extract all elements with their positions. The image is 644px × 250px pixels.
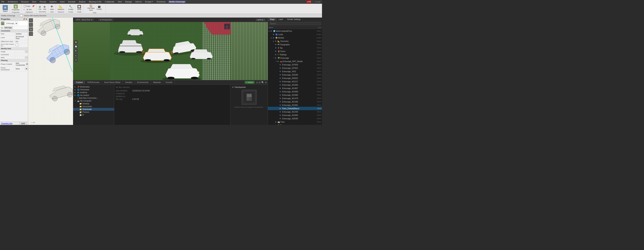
moves-checkbox[interactable] — [16, 44, 18, 46]
menu-modify-entourage[interactable]: Modify | Entourage — [168, 1, 186, 3]
menu-precast[interactable]: Precast — [39, 1, 47, 3]
menu-steel[interactable]: Steel — [32, 1, 37, 3]
menu-systems[interactable]: Systems — [49, 1, 57, 3]
tree-row[interactable]: ▼ ⊕ 🚗 Entourage_RPC_Beetle Xform — [268, 60, 322, 63]
tree-row[interactable]: ⊕ Entourage_333295 Xform — [268, 73, 322, 77]
menu-analyze[interactable]: Analyze — [78, 1, 86, 3]
view-btn[interactable]: 👁 View — [50, 5, 54, 11]
layout-icon[interactable]: ⊞ — [259, 81, 260, 84]
properties-close[interactable]: ✕ — [26, 18, 27, 20]
pictures-item[interactable]: 📁 Pictures — [73, 111, 114, 114]
search-content-icon[interactable]: 🔍 — [261, 81, 264, 84]
measure-btn[interactable]: 📐 Measure — [57, 4, 65, 11]
add-connection-item[interactable]: + Add New Connection ... — [73, 97, 114, 100]
viewport-tab-main[interactable]: RTX - Real Time ▼ — [74, 18, 94, 21]
tab-asset-stores[interactable]: Asset Stores (Beta) — [102, 81, 123, 84]
canvas-2d[interactable]: 1 : 100 + − ⊞ ⬚ — [28, 17, 73, 125]
tree-row[interactable]: ⊕ Entourage_401881 Xform — [268, 103, 322, 107]
apply-btn[interactable]: Apply — [19, 122, 27, 125]
zoom-viewport-btn[interactable]: 🔍 — [74, 49, 78, 53]
d-drive-item[interactable]: 💾 D: — [73, 114, 114, 116]
tab-layer[interactable]: Layer — [277, 18, 285, 21]
tree-row[interactable]: ▶ ⊕ 📐 Geometry Xform — [268, 39, 322, 43]
tree-row[interactable]: ⊕ Entourage_401884 Xform — [268, 114, 322, 117]
pick-new-host-btn[interactable]: 🏠 Pick New Host — [87, 4, 95, 11]
pan-btn[interactable]: ✋ — [74, 40, 78, 44]
tab-samples[interactable]: Samples — [123, 81, 135, 84]
menu-manage[interactable]: Manage — [124, 1, 132, 3]
cut-geom-btn[interactable]: ⊘Cut — [38, 5, 42, 10]
de-content-item[interactable]: ▶ 🌐 de-content — [73, 94, 114, 97]
menu-collaborate[interactable]: Collaborate — [104, 1, 115, 3]
orbit-btn[interactable]: 🔄 — [74, 44, 78, 49]
type-selector[interactable]: Entourage_RPC_Beetle — [5, 22, 18, 25]
tab-console[interactable]: Console — [163, 81, 175, 84]
cut-btn[interactable]: ✂ — [23, 8, 26, 11]
phase-demolished-dropdown-btn[interactable]: ▼ — [25, 68, 28, 70]
zoom-out-btn[interactable]: − — [29, 23, 33, 27]
menu-escape[interactable]: Escape™ — [144, 1, 154, 3]
bookmarks-item[interactable]: ▶ 📌 Bookmarks — [73, 85, 114, 88]
tree-row[interactable]: ▼ ⊕ 🌳 Entourage Xform — [268, 56, 322, 60]
menu-insert[interactable]: Insert — [60, 1, 65, 3]
filter-icon[interactable]: ⊟ — [256, 81, 258, 84]
tab-environments[interactable]: Environments — [135, 81, 151, 84]
tree-row[interactable]: ⊕ Entourage_401840 Xform — [268, 83, 322, 87]
menu-file[interactable]: File — [1, 1, 5, 3]
tree-row[interactable]: ⊕ Entourage_401380 Xform — [268, 100, 322, 103]
menu-massing[interactable]: Massing & Site — [88, 1, 102, 3]
modify-button[interactable]: ✥ Select — [2, 5, 8, 13]
tab-render-settings[interactable]: Render Settings — [285, 18, 303, 21]
perspective-tab[interactable]: ⊕ Perspective — [98, 18, 114, 21]
family-btn[interactable]: 👨‍👩‍👧 Family — [96, 5, 102, 10]
tree-row[interactable]: ⊕ Entourage_401483 Xform — [268, 110, 322, 114]
properties-button[interactable]: 📋 Properties — [11, 4, 20, 11]
zoom-fit-btn[interactable]: ⊞ — [29, 27, 33, 31]
viewport-3d[interactable]: TOP FRONT RIGHT ✋ 🔄 🔍 ▲ ⚙ — [73, 22, 268, 80]
tree-row[interactable]: ⊕ 🏚 Ruins Xform — [268, 124, 322, 125]
edit-type-btn[interactable]: Edit Type — [4, 26, 12, 29]
fly-btn[interactable]: ▲ — [74, 53, 78, 58]
menu-view[interactable]: View — [117, 1, 122, 3]
settings-viewport-btn[interactable]: ⚙ — [74, 58, 78, 62]
tab-materials[interactable]: Materials — [151, 81, 163, 84]
mode-btn[interactable]: 🔲 Mode — [76, 4, 82, 11]
properties-help-link[interactable]: Properties help — [1, 123, 12, 124]
tree-row[interactable]: ⊕ 🛡 Railings Xform — [268, 53, 322, 56]
zoom-in-btn[interactable]: + — [29, 18, 33, 22]
localhost-item[interactable]: ▶ 🖥 localhost — [73, 91, 114, 94]
tree-row[interactable]: ⊕ Entourage_401880 Xform — [268, 93, 322, 97]
documents-item[interactable]: 📁 Documents — [73, 105, 114, 108]
tree-row[interactable]: ⊕ Entourage_401868 Xform — [268, 90, 322, 93]
tree-row[interactable]: ⊕ 🗺 Topography Xform — [268, 43, 322, 46]
phase-created-dropdown-btn[interactable]: ▼ — [26, 63, 28, 65]
tree-row[interactable]: ⊕ ⬆ Top Xform — [268, 46, 322, 50]
tree-row[interactable]: ▶ ⊕ 📦 Models Scope — [268, 36, 322, 39]
copy-btn[interactable]: 📋 Copy — [23, 4, 31, 8]
mark-btn[interactable]: ⋯ — [25, 56, 28, 59]
view-cube-btn[interactable]: ⬚ — [29, 32, 33, 36]
my-computer-item[interactable]: ▼ 💻 My Computer — [73, 100, 114, 102]
tree-row[interactable]: ⊕ 🚃 Tram Xform — [268, 120, 322, 124]
search-input[interactable] — [268, 22, 321, 25]
join-btn[interactable]: ⊞ Join — [26, 8, 32, 11]
downloads-item[interactable]: 📁 Downloads — [73, 108, 114, 111]
menu-structure[interactable]: Structure — [20, 1, 29, 3]
omniverse-item[interactable]: ▶ 🌐 Omniverse — [73, 88, 114, 91]
desktop-item[interactable]: 📁 Desktop — [73, 102, 114, 105]
paste-btn[interactable]: 📌 — [31, 4, 36, 8]
create-btn[interactable]: 🔧 Create — [68, 4, 74, 11]
image-picker-btn[interactable]: ⋯ — [25, 50, 28, 53]
tree-row[interactable]: ⊕ 🔵 Looks Scope — [268, 33, 322, 36]
menu-omniverse[interactable]: Omniverse — [156, 1, 166, 3]
moves-nearby-checkbox[interactable] — [20, 14, 22, 17]
tree-row[interactable]: ⊕ Entourage_305922 Xform — [268, 77, 322, 80]
tree-row[interactable]: ⊕ 🚪 Doors Xform — [268, 50, 322, 53]
settings-content-icon[interactable]: ⚙ — [265, 81, 267, 84]
menu-annotate[interactable]: Annotate — [68, 1, 76, 3]
join-geom-btn[interactable]: ⊕Join — [42, 5, 47, 10]
import-btn[interactable]: + Import — [245, 81, 254, 84]
tree-row[interactable]: ⊕ Entourage_401867 Xform — [268, 87, 322, 90]
tree-row[interactable]: ⊕ Entourage_438390 Xform — [268, 117, 322, 120]
properties-pin[interactable]: 📌 — [23, 18, 25, 20]
